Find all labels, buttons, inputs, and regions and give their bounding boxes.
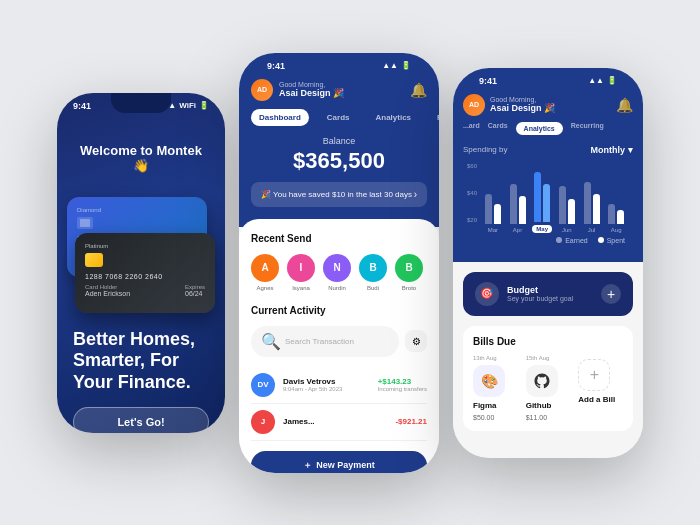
contact-isyana: I Isyana	[287, 254, 315, 291]
greeting-sub-p2: Good Morning,	[279, 81, 404, 88]
card-dark-holder-name: Aden Erickson	[85, 290, 130, 297]
budget-icon: 🎯	[475, 282, 499, 306]
saved-banner: 🎉 You have saved $10 in the last 30 days…	[251, 182, 427, 207]
tx-name-james: James...	[283, 417, 387, 426]
tx-avatar-davis: DV	[251, 373, 275, 397]
status-bar-2: 9:41 ▲▲ 🔋	[251, 53, 427, 75]
bar-jul: Jul	[581, 164, 603, 233]
avatar-nurdin: N	[323, 254, 351, 282]
p3-nav-board[interactable]: ...ard	[463, 122, 480, 135]
saved-text: 🎉 You have saved $10 in the last 30 days	[261, 190, 412, 199]
budget-sub: Sey your budget goal	[507, 295, 573, 302]
arrow-icon: ›	[414, 189, 417, 200]
greeting-name-p2: Asai Design 🎉	[279, 88, 404, 98]
tx-amount-davis: +$143.23	[378, 377, 427, 386]
figma-icon: 🎨	[473, 365, 505, 397]
contact-budi: B Budi	[359, 254, 387, 291]
card-dark-number: 1288 7068 2260 2640	[85, 273, 205, 280]
notch	[111, 93, 171, 113]
bar-mar: Mar	[482, 164, 504, 233]
recent-send-title: Recent Send	[251, 233, 427, 244]
status-time-2: 9:41	[267, 61, 285, 71]
bar-may: May	[531, 162, 553, 233]
notification-icon-p3: 🔔	[616, 97, 633, 113]
phone-welcome: 9:41 ▲ WiFi 🔋 Welcome to Montek 👋 Diamon…	[57, 93, 225, 433]
search-placeholder: Search Transaction	[285, 337, 354, 346]
status-time-3: 9:41	[479, 76, 497, 86]
monthly-label: Monthly	[591, 145, 626, 155]
balance-amount: $365,500	[251, 148, 427, 174]
chart-legend: Earned Spent	[467, 233, 629, 244]
tx-date-davis: 9:04am - Apr 5th 2023	[283, 386, 370, 392]
transaction-davis: DV Davis Vetrovs 9:04am - Apr 5th 2023 +…	[251, 367, 427, 404]
monthly-button[interactable]: Monthly ▾	[591, 145, 634, 155]
avatar-p2: AD	[251, 79, 273, 101]
phone-dashboard: 9:41 ▲▲ 🔋 AD Good Morning, Asai Design 🎉…	[239, 53, 439, 473]
new-payment-button[interactable]: ＋ New Payment	[251, 451, 427, 473]
chart-container: $20 $40 $60 Mar	[467, 163, 629, 233]
avatar-isyana: I	[287, 254, 315, 282]
tx-amount-james: -$921.21	[395, 417, 427, 426]
p2-greeting: AD Good Morning, Asai Design 🎉 🔔	[251, 75, 427, 109]
card-blue-type: Diamond	[77, 207, 197, 213]
avatar-broto: B	[395, 254, 423, 282]
y-axis: $20 $40 $60	[467, 163, 477, 223]
contacts-list: A Agnes I Isyana N Nurdin B Budi B Bro	[251, 254, 427, 291]
nav-rec[interactable]: Rec...	[429, 109, 439, 126]
tagline: Better Homes, Smarter, For Your Finance.	[57, 317, 225, 394]
new-payment-label: New Payment	[316, 460, 375, 470]
bill-github: 15th Aug Github $11.00	[526, 355, 571, 421]
avatar-p3: AD	[463, 94, 485, 116]
p2-body: Recent Send A Agnes I Isyana N Nurdin B …	[239, 219, 439, 473]
card-dark-type: Platinum	[85, 243, 205, 249]
bar-apr: Apr	[507, 164, 529, 233]
card-dark-expires: 06/24	[185, 290, 205, 297]
contact-nurdin: N Nurdin	[323, 254, 351, 291]
phones-container: 9:41 ▲ WiFi 🔋 Welcome to Montek 👋 Diamon…	[37, 33, 663, 493]
contact-agnes: A Agnes	[251, 254, 279, 291]
p3-nav-analytics[interactable]: Analytics	[516, 122, 563, 135]
p2-nav: Dashboard Cards Analytics Rec...	[251, 109, 427, 126]
nav-cards[interactable]: Cards	[319, 109, 358, 126]
nav-analytics[interactable]: Analytics	[367, 109, 419, 126]
p1-header: Welcome to Montek 👋	[57, 115, 225, 197]
legend-earned: Earned	[556, 237, 588, 244]
plus-icon: ＋	[303, 459, 312, 472]
bar-jun: Jun	[556, 164, 578, 233]
search-input[interactable]: 🔍 Search Transaction	[251, 326, 399, 357]
nav-dashboard[interactable]: Dashboard	[251, 109, 309, 126]
chevron-down-icon: ▾	[628, 145, 633, 155]
chart-bars: Mar Apr	[480, 163, 629, 233]
status-bar-3: 9:41 ▲▲ 🔋	[463, 68, 633, 90]
add-bill-icon[interactable]: +	[578, 359, 610, 391]
lets-go-button[interactable]: Let's Go!	[73, 407, 209, 432]
balance-label: Balance	[251, 136, 427, 146]
cards-area: Diamond 1288 7068 2260 2640 VISA Platinu…	[57, 197, 225, 317]
welcome-text: Welcome to Montek 👋	[71, 143, 211, 173]
notification-icon: 🔔	[410, 82, 427, 98]
filter-button[interactable]: ⚙	[405, 330, 427, 352]
card-dark: Platinum 1288 7068 2260 2640 Card Holder…	[75, 233, 215, 313]
p3-top: 9:41 ▲▲ 🔋 AD Good Morning, Asai Design 🎉…	[453, 68, 643, 262]
tx-name-davis: Davis Vetrovs	[283, 377, 370, 386]
p3-body: 🎯 Budget Sey your budget goal + Bills Du…	[453, 262, 643, 441]
budget-add-button[interactable]: +	[601, 284, 621, 304]
p3-nav-recurring[interactable]: Recurring	[571, 122, 604, 135]
add-bill[interactable]: + Add a Bill	[578, 355, 623, 421]
p3-nav-cards[interactable]: Cards	[488, 122, 508, 135]
bill-figma: 13th Aug 🎨 Figma $50.00	[473, 355, 518, 421]
spending-row: Spending by Monthly ▾	[463, 145, 633, 155]
contact-broto: B Broto	[395, 254, 423, 291]
avatar-agnes: A	[251, 254, 279, 282]
activity-title: Current Activity	[251, 305, 427, 316]
github-icon	[526, 365, 558, 397]
spending-label: Spending by	[463, 145, 507, 154]
transaction-james: J James... -$921.21	[251, 404, 427, 441]
phone-analytics: 9:41 ▲▲ 🔋 AD Good Morning, Asai Design 🎉…	[453, 68, 643, 458]
p2-top: 9:41 ▲▲ 🔋 AD Good Morning, Asai Design 🎉…	[239, 53, 439, 227]
bills-title: Bills Due	[473, 336, 623, 347]
status-time-1: 9:41	[73, 101, 91, 111]
greeting-name-p3: Asai Design 🎉	[490, 103, 611, 113]
chart-area: $20 $40 $60 Mar	[463, 163, 633, 244]
bills-section: Bills Due 13th Aug 🎨 Figma $50.00 15th A…	[463, 326, 633, 431]
